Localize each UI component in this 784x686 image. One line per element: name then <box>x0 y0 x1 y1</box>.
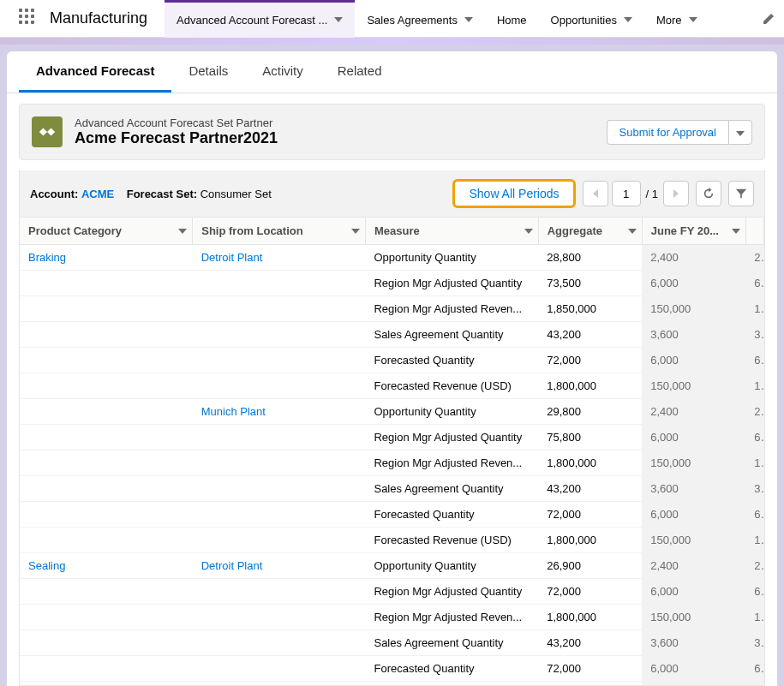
cell-next-period[interactable]: 3 <box>745 322 763 348</box>
pencil-icon[interactable] <box>762 12 775 26</box>
cell-measure: Forecasted Quantity <box>365 348 538 373</box>
cell-next-period[interactable]: 1 <box>745 450 763 476</box>
cell-next-period[interactable]: 1 <box>745 682 763 687</box>
table-row: Sales Agreement Quantity43,2003,6003 <box>20 476 764 502</box>
product-category-link[interactable]: Sealing <box>28 559 65 572</box>
cell-next-period[interactable]: 6 <box>745 656 763 682</box>
chevron-down-icon <box>351 229 360 234</box>
table-row: Region Mgr Adjusted Reven...1,800,000150… <box>20 605 764 630</box>
cell-period-value[interactable]: 150,000 <box>642 296 745 322</box>
cell-aggregate: 28,800 <box>538 245 642 271</box>
cell-period-value[interactable]: 2,400 <box>642 399 745 425</box>
cell-measure: Sales Agreement Quantity <box>365 322 538 348</box>
col-measure[interactable]: Measure <box>365 218 538 245</box>
refresh-button[interactable] <box>696 181 721 206</box>
product-category-link[interactable]: Braking <box>28 251 66 264</box>
cell-measure: Forecasted Revenue (USD) <box>365 528 538 553</box>
col-period[interactable]: June FY 20... <box>642 218 745 245</box>
chevron-down-icon[interactable] <box>464 17 473 22</box>
forecast-toolbar: Account: ACME Forecast Set: Consumer Set… <box>19 170 765 218</box>
nav-tab-label: Sales Agreements <box>367 14 458 27</box>
cell-period-value[interactable]: 150,000 <box>642 373 745 399</box>
nav-tab-sales-agreements[interactable]: Sales Agreements <box>355 0 485 38</box>
cell-aggregate: 43,200 <box>538 476 642 502</box>
cell-next-period[interactable]: 6 <box>745 425 763 450</box>
page-background: Advanced Forecast Details Activity Relat… <box>0 45 784 686</box>
cell-period-value[interactable]: 150,000 <box>642 605 745 630</box>
filter-button[interactable] <box>728 181 754 206</box>
cell-period-value[interactable]: 3,600 <box>642 476 745 502</box>
cell-next-period[interactable]: 6 <box>745 579 763 605</box>
cell-next-period[interactable]: 1 <box>745 605 763 630</box>
tab-advanced-forecast[interactable]: Advanced Forecast <box>19 51 171 92</box>
cell-period-value[interactable]: 3,600 <box>642 630 745 656</box>
chevron-down-icon[interactable] <box>689 17 697 22</box>
chevron-down-icon[interactable] <box>624 17 632 22</box>
nav-tab-more[interactable]: More <box>644 0 709 38</box>
nav-tabs: Advanced Account Forecast ... Sales Agre… <box>165 0 709 38</box>
cell-next-period[interactable]: 2 <box>745 245 763 271</box>
cell-next-period[interactable]: 6 <box>745 502 763 528</box>
prev-page-button[interactable] <box>583 181 608 206</box>
cell-ship-from-location <box>193 605 366 630</box>
col-ship-from-location[interactable]: Ship from Location <box>193 218 366 245</box>
page-input[interactable] <box>612 181 641 206</box>
show-all-periods-button[interactable]: Show All Periods <box>452 179 575 208</box>
cell-next-period[interactable]: 2 <box>745 399 763 425</box>
table-row: Sales Agreement Quantity43,2003,6003 <box>20 630 764 656</box>
cell-next-period[interactable]: 2 <box>745 553 763 579</box>
col-product-category[interactable]: Product Category <box>20 218 193 245</box>
cell-period-value[interactable]: 6,000 <box>642 271 745 296</box>
cell-next-period[interactable]: 3 <box>745 476 763 502</box>
nav-tab-opportunities[interactable]: Opportunities <box>539 0 644 38</box>
tab-related[interactable]: Related <box>320 51 399 92</box>
cell-period-value[interactable]: 150,000 <box>642 528 745 553</box>
cell-period-value[interactable]: 3,600 <box>642 322 745 348</box>
cell-next-period[interactable]: 3 <box>745 630 763 656</box>
cell-period-value[interactable]: 2,400 <box>642 553 745 579</box>
cell-next-period[interactable]: 6 <box>745 348 763 373</box>
location-link[interactable]: Detroit Plant <box>201 559 263 572</box>
cell-period-value[interactable]: 6,000 <box>642 656 745 682</box>
app-launcher-icon[interactable] <box>19 9 39 29</box>
record-subtitle: Advanced Account Forecast Set Partner <box>75 116 278 129</box>
tab-details[interactable]: Details <box>171 51 245 92</box>
cell-period-value[interactable]: 150,000 <box>642 450 745 476</box>
location-link[interactable]: Munich Plant <box>201 405 266 418</box>
col-aggregate[interactable]: Aggregate <box>538 218 642 245</box>
cell-next-period[interactable]: 6 <box>745 271 763 296</box>
cell-ship-from-location <box>193 528 366 553</box>
cell-period-value[interactable]: 6,000 <box>642 579 745 605</box>
chevron-down-icon[interactable] <box>334 17 343 22</box>
nav-tab-home[interactable]: Home <box>485 0 539 38</box>
next-page-button[interactable] <box>663 181 689 206</box>
cell-aggregate: 75,800 <box>538 425 642 450</box>
cell-next-period[interactable]: 1 <box>745 373 763 399</box>
location-link[interactable]: Detroit Plant <box>201 251 263 264</box>
cell-aggregate: 1,800,000 <box>538 373 642 399</box>
tab-activity[interactable]: Activity <box>245 51 320 92</box>
submit-for-approval-button[interactable]: Submit for Approval <box>607 120 728 145</box>
nav-tab-label: Home <box>497 14 527 27</box>
cell-period-value[interactable]: 150,000 <box>642 682 745 687</box>
table-row: Forecasted Quantity72,0006,0006 <box>20 348 764 373</box>
col-next-period[interactable] <box>745 218 763 245</box>
cell-period-value[interactable]: 6,000 <box>642 502 745 528</box>
cell-next-period[interactable]: 1 <box>745 528 763 553</box>
cell-product-category <box>20 528 193 553</box>
table-row: Region Mgr Adjusted Quantity73,5006,0006 <box>20 271 764 296</box>
refresh-icon <box>703 188 715 200</box>
cell-next-period[interactable]: 1 <box>745 296 763 322</box>
cell-measure: Sales Agreement Quantity <box>365 476 538 502</box>
nav-tab-advanced-account-forecast[interactable]: Advanced Account Forecast ... <box>165 0 355 38</box>
cell-aggregate: 26,900 <box>538 553 642 579</box>
table-row: Forecasted Revenue (USD)1,800,000150,000… <box>20 373 764 399</box>
pager: / 1 <box>583 181 689 206</box>
forecast-set-value: Consumer Set <box>200 188 272 200</box>
cell-period-value[interactable]: 6,000 <box>642 348 745 373</box>
cell-period-value[interactable]: 6,000 <box>642 425 745 450</box>
cell-period-value[interactable]: 2,400 <box>642 245 745 271</box>
account-link[interactable]: ACME <box>81 188 114 200</box>
submit-dropdown-button[interactable] <box>728 120 752 145</box>
chevron-down-icon <box>178 229 187 234</box>
